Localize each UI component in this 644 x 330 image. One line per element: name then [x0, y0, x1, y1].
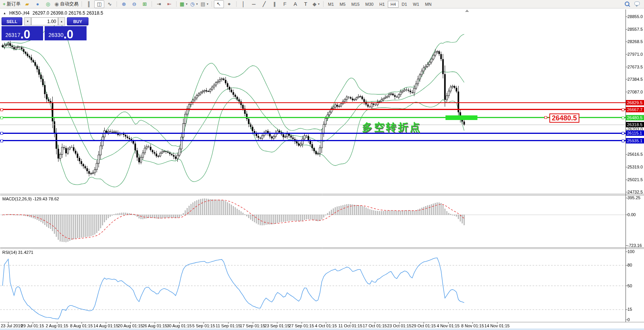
tile-windows-button[interactable]: ⊞: [140, 0, 150, 8]
current-price-label: 26318.5: [626, 122, 644, 127]
date-axis-label: 5 Sep 01:15: [192, 323, 215, 328]
timeframe-h4[interactable]: H4: [388, 1, 399, 8]
vertical-line-icon: │: [242, 2, 245, 7]
text-button[interactable]: A: [290, 0, 300, 8]
collapse-arrow-icon[interactable]: ▲: [3, 12, 6, 15]
level-line-26480.5[interactable]: [0, 117, 626, 118]
signal-button[interactable]: ◎: [43, 0, 53, 8]
community-icon: ●: [36, 2, 39, 7]
timeframe-m1[interactable]: M1: [325, 1, 337, 8]
bar-chart-button[interactable]: ║: [84, 0, 94, 8]
vertical-line-button[interactable]: │: [239, 0, 249, 8]
label-button[interactable]: T: [301, 0, 311, 8]
fibonacci-button[interactable]: F: [280, 0, 290, 8]
level-line-26829.5[interactable]: [0, 102, 626, 103]
volume-input[interactable]: 1.00: [31, 17, 58, 25]
buy-price-panel[interactable]: 26330 .0: [45, 26, 87, 40]
horizontal-line-icon: ─: [252, 2, 255, 7]
rsi-axis-tick: 15: [627, 307, 632, 312]
date-axis-label: 29 Jul 01:15: [21, 323, 44, 328]
zoom-in-button[interactable]: ⊕: [119, 0, 129, 8]
timeframe-m15[interactable]: M15: [349, 1, 362, 8]
toolbar-separator: [82, 1, 82, 7]
line-chart-button[interactable]: ∿: [105, 0, 115, 8]
level-line-25935.1[interactable]: [0, 140, 626, 141]
equidistant-channel-icon: ∥: [273, 2, 276, 7]
rsi-axis-tick: 80: [627, 263, 632, 267]
timeframe-mn[interactable]: MN: [422, 1, 434, 8]
date-axis-label: 2 Aug 01:15: [46, 323, 68, 328]
timeframe-m5[interactable]: M5: [337, 1, 348, 8]
chat-button[interactable]: [632, 0, 642, 8]
new-order-button[interactable]: +新订单: [2, 0, 22, 8]
chart-shift-button[interactable]: ⇤: [164, 0, 174, 8]
autotrading-button-label: 自动交易: [60, 1, 78, 7]
level-line-26115.1[interactable]: [0, 133, 626, 134]
callout-anchor-marker: [544, 116, 547, 119]
level-marker-right[interactable]: [622, 108, 624, 111]
timeframe-w1[interactable]: W1: [410, 1, 422, 8]
gold-button[interactable]: ▰: [22, 0, 32, 8]
candle-chart-button[interactable]: ◫: [94, 0, 104, 8]
community-button[interactable]: ●: [33, 0, 43, 8]
timeframe-m30[interactable]: M30: [363, 1, 376, 8]
rsi-label: RSI(14) 31.4271: [2, 250, 33, 255]
callout-connector: [547, 117, 549, 118]
candlestick-chart-icon: ◫: [97, 2, 102, 7]
channel-button[interactable]: ∥: [270, 0, 280, 8]
highlight-bar[interactable]: [445, 115, 477, 120]
horizontal-line-button[interactable]: ─: [249, 0, 259, 8]
level-line-26667.7[interactable]: [0, 109, 626, 110]
sell-button[interactable]: SELL: [2, 17, 22, 25]
rsi-axis-tick: 0: [627, 317, 630, 322]
date-axis-label: 4 Oct 01:15: [315, 323, 337, 328]
level-marker-right[interactable]: [622, 140, 624, 142]
search-button[interactable]: [622, 0, 632, 8]
price-axis-tick: 27971.0: [627, 52, 643, 57]
cursor-icon: ↖: [217, 2, 221, 7]
level-marker-left[interactable]: [0, 117, 3, 119]
trendline-button[interactable]: ╱: [259, 0, 269, 8]
symbol-timeframe: HK50-,H4: [9, 10, 30, 16]
date-axis-label: 17 Oct 01:15: [363, 323, 387, 328]
timeframe-d1[interactable]: D1: [399, 1, 410, 8]
sell-price-int: 26317: [5, 32, 20, 38]
macd-label: MACD(12,26,9) -129.43 78.62: [2, 197, 59, 201]
level-marker-right[interactable]: [622, 132, 624, 135]
new-order-icon: +: [3, 2, 6, 7]
periods-button[interactable]: ◷▾: [189, 0, 199, 8]
date-axis-label: 30 Aug 01:15: [167, 323, 192, 328]
annotation-text[interactable]: 多空转折点: [362, 120, 422, 134]
templates-button[interactable]: ▤▾: [199, 0, 209, 8]
zoom-out-button[interactable]: ⊖: [129, 0, 139, 8]
price-callout[interactable]: 26480.5: [549, 113, 579, 123]
volume-increase-button[interactable]: ▲: [58, 17, 65, 25]
level-marker-right[interactable]: [622, 117, 624, 119]
toolbar-separator: [236, 1, 237, 7]
one-click-trading-panel: SELL ▼ 1.00 ▲ BUY 26317 .0 26330 .0: [2, 17, 88, 40]
sell-price-panel[interactable]: 26317 .0: [2, 26, 43, 40]
crosshair-button[interactable]: ⌖: [224, 0, 234, 8]
rsi-axis-tick: 50: [627, 283, 632, 288]
date-axis-label: 11 Oct 01:15: [339, 323, 362, 328]
price-level-label: 26480.5: [626, 115, 644, 120]
volume-decrease-button[interactable]: ▼: [24, 17, 31, 25]
price-axis-tick: 25319.0: [627, 165, 643, 169]
level-marker-left[interactable]: [0, 140, 3, 142]
shapes-button[interactable]: ◆▾: [311, 0, 321, 8]
new-chart-button[interactable]: ▦▾: [179, 0, 189, 8]
price-level-label: 25935.1: [626, 138, 644, 143]
dropdown-arrow-icon: ▾: [318, 2, 320, 6]
dropdown-arrow-icon: ▾: [186, 2, 187, 6]
auto-scroll-button[interactable]: ⇥: [154, 0, 164, 8]
level-marker-left[interactable]: [0, 132, 3, 135]
buy-button[interactable]: BUY: [67, 17, 88, 25]
chart-canvas[interactable]: [0, 0, 644, 330]
timeframe-h1[interactable]: H1: [377, 1, 387, 8]
cursor-button[interactable]: ↖: [214, 0, 224, 8]
autotrading-button[interactable]: ◉自动交易: [53, 0, 80, 8]
price-axis-tick: 28557.5: [627, 27, 643, 32]
price-axis-tick: 24732.5: [627, 190, 643, 194]
date-axis-label: 20 Aug 01:15: [118, 323, 143, 328]
level-marker-left[interactable]: [0, 108, 3, 111]
